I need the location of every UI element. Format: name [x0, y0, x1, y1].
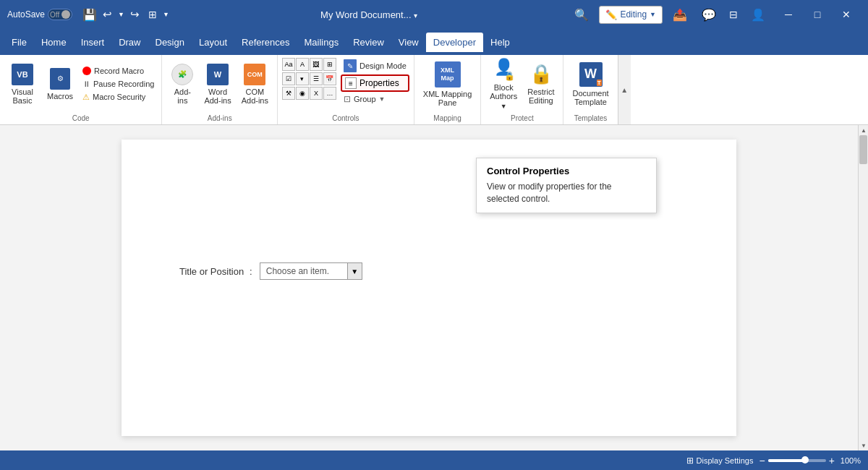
pause-recording-button[interactable]: ⏸ Pause Recording: [80, 78, 157, 90]
date-picker-icon[interactable]: 📅: [323, 72, 336, 85]
lock-small-icon: 🔒: [504, 71, 515, 81]
com-add-ins-button[interactable]: COM COMAdd-ins: [237, 61, 273, 108]
properties-button[interactable]: ≡ Properties: [341, 74, 409, 92]
scroll-track[interactable]: [859, 135, 868, 440]
ribbon-group-templates: W T DocumentTemplate Templates: [563, 55, 617, 124]
editing-dropdown-icon: ▼: [650, 11, 656, 18]
title-dropdown-icon[interactable]: ▾: [414, 12, 417, 20]
table-icon[interactable]: ⊞: [148, 9, 157, 20]
toggle-label: Off: [50, 11, 59, 19]
ribbon-collapse-button[interactable]: ▲: [618, 55, 631, 124]
customize-qat-icon[interactable]: ▼: [163, 11, 169, 18]
zoom-fill: [768, 459, 804, 462]
zoom-slider[interactable]: − +: [759, 455, 834, 466]
redo-icon[interactable]: ↪: [130, 8, 140, 21]
add-ins-button[interactable]: 🧩 Add-ins: [166, 61, 198, 108]
zoom-thumb[interactable]: [801, 456, 809, 463]
design-mode-icon: ✎: [344, 59, 357, 72]
menu-references[interactable]: References: [234, 33, 297, 52]
restrict-editing-button[interactable]: 🔒 RestrictEditing: [523, 60, 558, 108]
menu-draw[interactable]: Draw: [111, 33, 148, 52]
menu-review[interactable]: Review: [346, 33, 391, 52]
editing-button[interactable]: ✏️ Editing ▼: [599, 6, 663, 24]
legacy-tools-icon[interactable]: ⚒: [282, 87, 295, 100]
zoom-track[interactable]: [768, 459, 826, 462]
menu-file[interactable]: File: [4, 33, 34, 52]
dropdown-icon[interactable]: ☰: [310, 72, 323, 85]
record-macro-button[interactable]: Record Macro: [80, 65, 157, 77]
menu-help[interactable]: Help: [483, 33, 517, 52]
menu-view[interactable]: View: [391, 33, 426, 52]
menu-insert[interactable]: Insert: [74, 33, 112, 52]
checkbox-icon[interactable]: ☑: [282, 72, 295, 85]
record-dot-icon: [82, 67, 91, 75]
word-add-ins-icon: W: [207, 64, 229, 85]
search-icon[interactable]: 🔍: [569, 5, 595, 25]
add-ins-icon: 🧩: [171, 64, 193, 85]
ribbon-toggle-icon[interactable]: ⊟: [725, 6, 742, 23]
autosave-toggle[interactable]: AutoSave Off: [7, 9, 72, 20]
document-template-button[interactable]: W T DocumentTemplate: [568, 59, 613, 109]
user-icon[interactable]: 👤: [746, 5, 770, 25]
design-mode-button[interactable]: ✎ Design Mode: [341, 58, 409, 74]
combo-box[interactable]: Choose an item. ▼: [260, 262, 362, 280]
vertical-scrollbar[interactable]: ▲ ▼: [858, 125, 868, 450]
zoom-level-text: 100%: [841, 456, 861, 465]
group-label: Group: [354, 95, 376, 103]
restore-button[interactable]: □: [803, 0, 832, 29]
comment-icon[interactable]: 💬: [697, 5, 720, 25]
combo-arrow-button[interactable]: ▼: [347, 263, 362, 279]
undo-dropdown-icon[interactable]: ▼: [118, 11, 124, 18]
document-template-icon: W T: [579, 62, 603, 87]
scroll-up-button[interactable]: ▲: [859, 125, 868, 135]
menu-home[interactable]: Home: [34, 33, 74, 52]
radio-icon[interactable]: ◉: [296, 87, 309, 100]
block-authors-dropdown[interactable]: ▼: [501, 103, 507, 110]
zoom-level[interactable]: 100%: [841, 456, 861, 465]
macros-button[interactable]: ⚙ Macros: [42, 62, 78, 106]
combo-control-icon[interactable]: ▾: [296, 72, 309, 85]
group-dropdown-icon[interactable]: ▼: [379, 95, 386, 103]
scroll-thumb[interactable]: [859, 135, 867, 164]
menu-layout[interactable]: Layout: [192, 33, 234, 52]
menu-design[interactable]: Design: [148, 33, 192, 52]
minimize-button[interactable]: ─: [774, 0, 803, 29]
menu-mailings[interactable]: Mailings: [297, 33, 346, 52]
text-control-icon[interactable]: Aa: [282, 58, 295, 71]
ribbon-group-controls: Aa A 🖼 ⊞ ☑ ▾ ☰ 📅 ⚒ ◉ X …: [278, 55, 414, 124]
text2-control-icon[interactable]: A: [296, 58, 309, 71]
controls-group-content: Aa A 🖼 ⊞ ☑ ▾ ☰ 📅 ⚒ ◉ X …: [282, 55, 409, 113]
block-authors-button[interactable]: 👤 🔒 BlockAuthors ▼: [485, 55, 522, 113]
save-icon[interactable]: 💾: [82, 8, 97, 22]
scroll-down-button[interactable]: ▼: [859, 440, 868, 450]
field-colon: :: [250, 266, 252, 277]
tooltip-description: View or modify properties for the select…: [487, 181, 646, 205]
macros-label: Macros: [47, 92, 73, 101]
active-x-icon[interactable]: X: [310, 87, 323, 100]
group-button[interactable]: ⊡ Group ▼: [341, 93, 409, 106]
building-block-icon[interactable]: ⊞: [323, 58, 336, 71]
block-authors-label: BlockAuthors: [490, 83, 517, 101]
xml-mapping-pane-button[interactable]: XMLMap XML MappingPane: [419, 59, 476, 110]
close-button[interactable]: ✕: [832, 0, 861, 29]
menu-bar: File Home Insert Draw Design Layout Refe…: [0, 29, 868, 55]
macro-security-label: Macro Security: [93, 93, 145, 101]
undo-icon[interactable]: ↩: [103, 8, 112, 21]
zoom-in-icon[interactable]: +: [829, 455, 835, 466]
add-ins-label: Add-ins: [174, 87, 191, 105]
zoom-out-icon[interactable]: −: [759, 455, 765, 466]
word-add-ins-button[interactable]: W WordAdd-ins: [200, 61, 235, 108]
title-bar-right: 🔍 ✏️ Editing ▼ 📤 💬 ⊟ 👤 ─ □ ✕: [569, 0, 861, 29]
macro-security-button[interactable]: ⚠ Macro Security: [80, 91, 157, 103]
more-controls-icon[interactable]: …: [323, 87, 336, 100]
share-icon[interactable]: 📤: [667, 5, 693, 25]
com-icon: COM: [244, 64, 265, 85]
properties-icon: ≡: [345, 77, 357, 89]
com-add-ins-label: COMAdd-ins: [242, 87, 268, 105]
image-control-icon[interactable]: 🖼: [310, 58, 323, 71]
menu-developer[interactable]: Developer: [426, 33, 483, 52]
autosave-toggle-switch[interactable]: Off: [48, 9, 72, 20]
visual-basic-button[interactable]: VB VisualBasic: [4, 61, 41, 108]
controls-row-1: Aa A 🖼 ⊞: [282, 58, 336, 71]
display-settings[interactable]: ⊞ Display Settings: [686, 456, 754, 466]
